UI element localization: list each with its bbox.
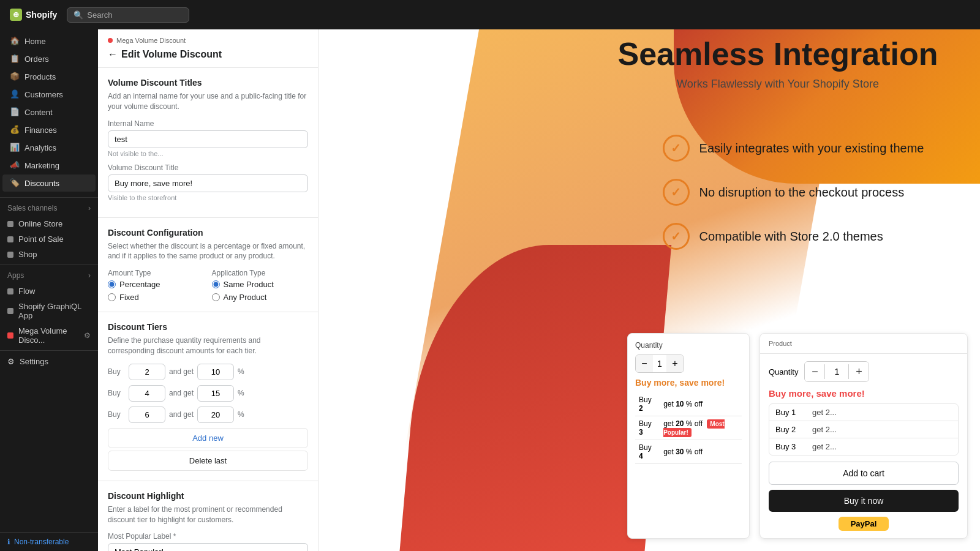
shopify-logo-text: Shopify bbox=[26, 10, 57, 20]
tier3-discount-input[interactable] bbox=[197, 407, 234, 423]
feature-text-1: Easily integrates with your existing the… bbox=[699, 141, 924, 156]
percentage-option[interactable]: Percentage bbox=[108, 280, 205, 289]
back-arrow-icon: ← bbox=[108, 49, 118, 60]
sidebar-item-finances[interactable]: 💰 Finances bbox=[2, 121, 96, 138]
public-title-label: Volume Discount Title bbox=[108, 163, 308, 172]
delete-last-button[interactable]: Delete last bbox=[108, 451, 308, 471]
row-qty: Buy 2 bbox=[635, 392, 660, 416]
qty-row: Quantity − 1 + bbox=[769, 361, 959, 382]
sidebar-item-graphiql[interactable]: Shopify GraphiQL App bbox=[0, 299, 98, 323]
internal-name-label: Internal Name bbox=[108, 119, 308, 128]
customers-icon: 👤 bbox=[10, 89, 20, 99]
sidebar-divider-2 bbox=[0, 264, 98, 265]
app-red-dot bbox=[108, 38, 113, 43]
any-product-radio[interactable] bbox=[212, 293, 220, 301]
table-row: Buy 2 get 10 % off bbox=[635, 392, 742, 416]
amount-radio-group: Percentage Fixed bbox=[108, 280, 205, 302]
buy-it-now-button[interactable]: Buy it now bbox=[769, 490, 959, 512]
search-placeholder: Search bbox=[87, 10, 112, 20]
popular-field-label: Most Popular Label * bbox=[108, 532, 308, 541]
item-label: Point of Sale bbox=[18, 234, 64, 244]
popular-badge: Most Popular! bbox=[663, 419, 725, 437]
panel-header: Mega Volume Discount ← Edit Volume Disco… bbox=[98, 29, 318, 68]
search-bar[interactable]: 🔍 Search bbox=[67, 7, 189, 23]
any-product-option[interactable]: Any Product bbox=[212, 293, 309, 302]
back-button[interactable]: ← Edit Volume Discount bbox=[108, 49, 308, 60]
qty-decrease-btn[interactable]: − bbox=[636, 355, 653, 372]
sidebar-item-label: Analytics bbox=[24, 143, 56, 152]
pct-label: % bbox=[238, 389, 244, 397]
tier-row-3: Buy and get % bbox=[108, 407, 308, 423]
sidebar-item-content[interactable]: 📄 Content bbox=[2, 103, 96, 121]
sidebar-item-mega-volume[interactable]: Mega Volume Disco... ⚙ bbox=[0, 323, 98, 348]
hero-title: Seamless Integration bbox=[564, 37, 980, 72]
orders-icon: 📋 bbox=[10, 54, 20, 64]
settings-icon: ⚙ bbox=[7, 357, 15, 366]
sidebar-item-settings[interactable]: ⚙ Settings bbox=[0, 353, 98, 370]
row-desc: get 30 % off bbox=[660, 440, 742, 464]
small-qty-control: − 1 + bbox=[635, 354, 684, 373]
check-circle-2 bbox=[663, 179, 690, 206]
percentage-label: Percentage bbox=[119, 280, 160, 289]
sidebar-item-marketing[interactable]: 📣 Marketing bbox=[2, 157, 96, 174]
features-list: Easily integrates with your existing the… bbox=[663, 135, 980, 267]
flow-icon bbox=[7, 288, 13, 294]
non-transferable-label: Non-transferable bbox=[14, 538, 69, 546]
qty-increase-btn[interactable]: + bbox=[666, 355, 684, 372]
fixed-option[interactable]: Fixed bbox=[108, 293, 205, 302]
internal-hint: Not visible to the... bbox=[108, 150, 308, 157]
sidebar-item-analytics[interactable]: 📊 Analytics bbox=[2, 139, 96, 156]
popular-label-input[interactable] bbox=[108, 543, 308, 551]
settings-gear-icon[interactable]: ⚙ bbox=[84, 331, 91, 340]
sidebar-item-home[interactable]: 🏠 Home bbox=[2, 32, 96, 50]
store-icon bbox=[7, 221, 13, 227]
buy-label: Buy bbox=[108, 367, 125, 376]
item-label: Settings bbox=[20, 357, 48, 366]
disc-amount: get 2... bbox=[812, 425, 952, 434]
paypal-button[interactable]: PayPal bbox=[839, 517, 889, 531]
same-product-option[interactable]: Same Product bbox=[212, 280, 309, 289]
tier3-qty-input[interactable] bbox=[129, 407, 165, 423]
buy-more-title: Buy more, save more! bbox=[635, 378, 742, 388]
tiers-desc: Define the purchase quantity requirement… bbox=[108, 335, 308, 356]
app-badge-label: Mega Volume Discount bbox=[116, 37, 186, 44]
sidebar-item-customers[interactable]: 👤 Customers bbox=[2, 86, 96, 103]
product-breadcrumb: Product bbox=[769, 340, 959, 347]
qty-decrease-btn-lg[interactable]: − bbox=[805, 362, 824, 381]
add-new-button[interactable]: Add new bbox=[108, 428, 308, 448]
qty-label: Quantity bbox=[769, 367, 798, 377]
and-get-label: and get bbox=[169, 389, 194, 397]
sidebar-item-orders[interactable]: 📋 Orders bbox=[2, 50, 96, 67]
products-icon: 📦 bbox=[10, 72, 20, 81]
sidebar-item-discounts[interactable]: 🏷️ Discounts bbox=[2, 174, 96, 192]
internal-name-input[interactable] bbox=[108, 130, 308, 148]
fixed-radio[interactable] bbox=[108, 293, 116, 301]
feature-1: Easily integrates with your existing the… bbox=[663, 135, 980, 162]
topbar: Shopify 🔍 Search bbox=[0, 0, 980, 29]
sidebar-item-online-store[interactable]: Online Store bbox=[0, 216, 98, 231]
same-product-radio[interactable] bbox=[212, 280, 220, 288]
tier1-discount-input[interactable] bbox=[197, 364, 234, 380]
public-title-input[interactable] bbox=[108, 174, 308, 192]
any-product-label: Any Product bbox=[224, 293, 267, 302]
tier2-qty-input[interactable] bbox=[129, 385, 165, 402]
sidebar-item-products[interactable]: 📦 Products bbox=[2, 68, 96, 85]
tier-row-2: Buy and get % bbox=[108, 385, 308, 402]
percentage-radio[interactable] bbox=[108, 280, 116, 288]
sidebar-item-shop[interactable]: Shop bbox=[0, 247, 98, 262]
tier2-discount-input[interactable] bbox=[197, 385, 234, 402]
edit-panel: Mega Volume Discount ← Edit Volume Disco… bbox=[98, 0, 318, 551]
discounts-icon: 🏷️ bbox=[10, 178, 20, 188]
sidebar-item-flow[interactable]: Flow bbox=[0, 283, 98, 299]
qty-increase-btn-lg[interactable]: + bbox=[849, 362, 869, 381]
add-to-cart-button[interactable]: Add to cart bbox=[769, 462, 959, 485]
bottom-bar: ℹ Non-transferable bbox=[0, 532, 98, 551]
analytics-icon: 📊 bbox=[10, 143, 20, 152]
graphiql-icon bbox=[7, 308, 13, 314]
hero-subtitle: Works Flawlessly with Your Shopify Store bbox=[564, 78, 980, 91]
sidebar-item-point-of-sale[interactable]: Point of Sale bbox=[0, 231, 98, 247]
public-hint: Visible to the storefront bbox=[108, 194, 308, 201]
tier1-qty-input[interactable] bbox=[129, 364, 165, 380]
disc-amount: get 2... bbox=[812, 442, 952, 451]
sidebar-divider-3 bbox=[0, 350, 98, 351]
